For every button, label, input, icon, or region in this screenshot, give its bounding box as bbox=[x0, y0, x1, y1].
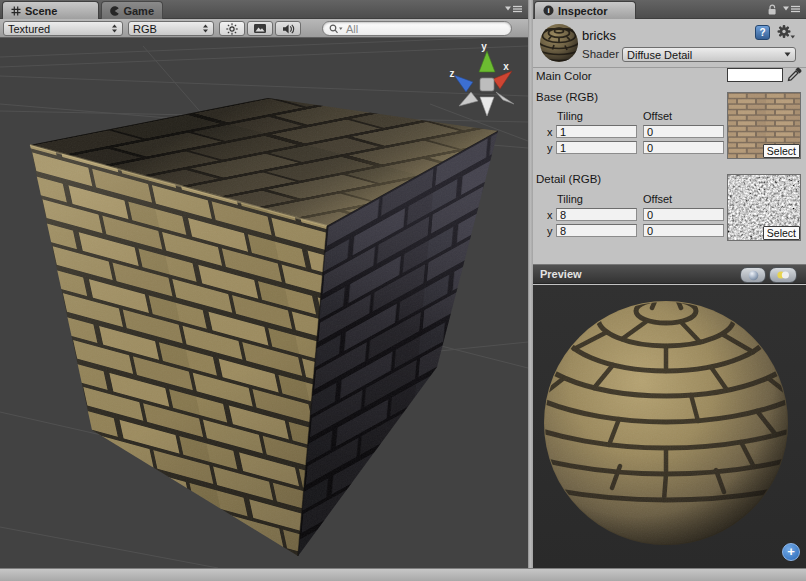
main-color-label: Main Color bbox=[536, 70, 592, 82]
detail-texture-thumbnail[interactable]: Select bbox=[727, 174, 801, 241]
inspector-panel: i Inspector bbox=[533, 0, 806, 568]
updown-arrows-icon bbox=[111, 24, 118, 33]
main-color-swatch[interactable] bbox=[727, 68, 783, 82]
scene-lighting-toggle[interactable] bbox=[219, 21, 245, 36]
detail-offset-y-input[interactable] bbox=[643, 224, 724, 237]
base-select-button[interactable]: Select bbox=[763, 144, 800, 158]
preview-area[interactable]: + bbox=[533, 285, 806, 568]
gear-menu-button[interactable] bbox=[776, 24, 796, 41]
base-offset-y-input[interactable] bbox=[643, 141, 724, 154]
search-icon bbox=[329, 24, 343, 34]
base-tiling-label: Tiling bbox=[557, 110, 583, 122]
scene-tab-label: Scene bbox=[25, 5, 57, 17]
sphere-icon bbox=[748, 270, 759, 281]
detail-tiling-y-input[interactable] bbox=[556, 224, 637, 237]
scene-viewport[interactable]: y x z bbox=[0, 38, 528, 568]
add-button[interactable]: + bbox=[782, 543, 800, 561]
color-mode-dropdown[interactable]: RGB bbox=[128, 21, 214, 36]
gizmo-y-label: y bbox=[481, 41, 487, 52]
game-tab-label: Game bbox=[123, 5, 154, 17]
unity-editor-window: Scene Game Textured RGB bbox=[0, 0, 806, 581]
detail-offset-x-input[interactable] bbox=[643, 208, 724, 221]
scene-panel: Scene Game Textured RGB bbox=[0, 0, 528, 568]
game-icon bbox=[110, 6, 119, 16]
color-mode-value: RGB bbox=[133, 23, 202, 35]
scene-skybox-toggle[interactable] bbox=[247, 21, 273, 36]
preview-mesh-button[interactable] bbox=[740, 267, 766, 283]
base-section-label: Base (RGB) bbox=[536, 91, 598, 103]
tab-scene[interactable]: Scene bbox=[2, 1, 99, 19]
preview-sphere bbox=[533, 285, 806, 568]
preview-title: Preview bbox=[540, 268, 582, 280]
detail-tiling-label: Tiling bbox=[557, 193, 583, 205]
draw-mode-dropdown[interactable]: Textured bbox=[3, 21, 123, 36]
detail-offset-label: Offset bbox=[643, 193, 672, 205]
lighting-icon bbox=[776, 270, 790, 280]
grid-icon bbox=[11, 6, 21, 16]
scene-panel-menu-icon[interactable] bbox=[505, 4, 523, 14]
info-icon: i bbox=[543, 5, 554, 16]
lock-icon[interactable] bbox=[766, 4, 778, 15]
detail-x-label: x bbox=[547, 209, 553, 221]
gizmo-center-cube[interactable] bbox=[480, 78, 494, 91]
material-header: bricks Shader Diffuse Detail ? bbox=[533, 19, 806, 68]
base-texture-thumbnail[interactable]: Select bbox=[727, 92, 801, 159]
detail-y-label: y bbox=[547, 225, 553, 237]
shader-dropdown[interactable]: Diffuse Detail bbox=[622, 47, 796, 62]
scene-search-input[interactable]: All bbox=[322, 21, 512, 36]
detail-select-button[interactable]: Select bbox=[763, 226, 800, 240]
speaker-icon bbox=[282, 23, 295, 35]
base-x-label: x bbox=[547, 126, 553, 138]
base-offset-label: Offset bbox=[643, 110, 672, 122]
bottom-bar bbox=[0, 568, 806, 581]
help-button[interactable]: ? bbox=[755, 25, 770, 40]
image-icon bbox=[253, 23, 267, 34]
svg-text:i: i bbox=[547, 6, 549, 15]
tab-game[interactable]: Game bbox=[101, 1, 163, 19]
base-tiling-x-input[interactable] bbox=[556, 125, 637, 138]
help-icon: ? bbox=[759, 27, 765, 38]
preview-lighting-button[interactable] bbox=[769, 267, 797, 283]
shader-value: Diffuse Detail bbox=[627, 49, 784, 61]
gear-icon bbox=[778, 25, 796, 39]
base-y-label: y bbox=[547, 142, 553, 154]
updown-arrows-icon bbox=[202, 24, 209, 33]
inspector-menu-icon[interactable] bbox=[783, 4, 801, 14]
detail-section-label: Detail (RGB) bbox=[536, 173, 601, 185]
material-name: bricks bbox=[582, 28, 616, 43]
gizmo-x-label: x bbox=[503, 61, 509, 72]
detail-tiling-x-input[interactable] bbox=[556, 208, 637, 221]
search-value: All bbox=[346, 23, 358, 35]
tab-inspector[interactable]: i Inspector bbox=[534, 1, 636, 19]
gizmo-z-label: z bbox=[450, 68, 455, 79]
material-preview-thumbnail bbox=[539, 23, 579, 63]
chevron-down-icon bbox=[784, 52, 791, 57]
shader-label: Shader bbox=[582, 48, 619, 60]
inspector-tab-label: Inspector bbox=[558, 5, 608, 17]
base-offset-x-input[interactable] bbox=[643, 125, 724, 138]
scene-audio-toggle[interactable] bbox=[275, 21, 301, 36]
eyedropper-icon[interactable] bbox=[787, 67, 802, 82]
base-tiling-y-input[interactable] bbox=[556, 141, 637, 154]
draw-mode-value: Textured bbox=[8, 23, 111, 35]
sun-icon bbox=[226, 23, 238, 35]
plus-icon: + bbox=[787, 545, 795, 558]
